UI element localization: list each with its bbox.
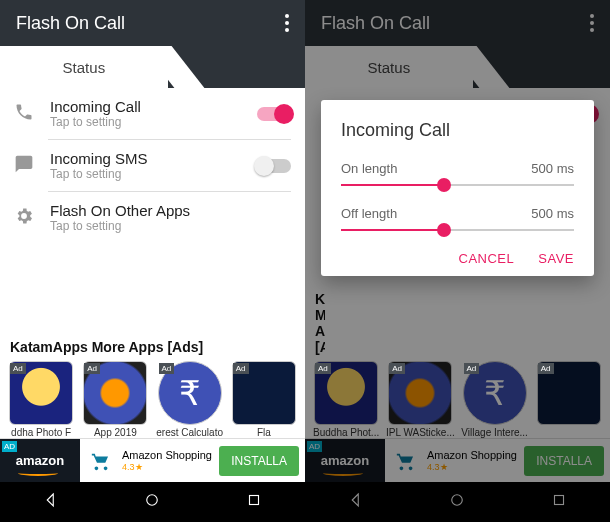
app-title: Flash On Call xyxy=(16,13,125,34)
amazon-logo: ADamazon xyxy=(0,439,80,482)
off-length-slider[interactable] xyxy=(341,229,574,231)
row-incoming-call[interactable]: Incoming Call Tap to setting xyxy=(0,88,305,139)
ads-row: Adddha Photo F AdApp 2019 Ad₹erest Calcu… xyxy=(0,361,305,438)
cart-icon xyxy=(86,446,116,476)
row-title: Incoming SMS xyxy=(50,150,243,167)
install-banner[interactable]: ADamazon Amazon Shopping4.3★ INSTALLA xyxy=(0,438,305,482)
row-title: Flash On Other Apps xyxy=(50,202,291,219)
toggle-incoming-call[interactable] xyxy=(257,107,291,121)
nav-bar xyxy=(0,482,305,522)
overflow-menu-icon[interactable] xyxy=(285,14,289,32)
tab-status[interactable]: Status xyxy=(0,46,168,88)
ad-tile[interactable]: AdFla xyxy=(229,361,299,438)
on-length-label: On length xyxy=(341,161,397,176)
install-button[interactable]: INSTALLA xyxy=(219,446,299,476)
nav-recents-icon[interactable] xyxy=(245,491,263,513)
phone-icon xyxy=(14,102,36,126)
svg-rect-1 xyxy=(250,496,259,505)
screen-dialog: Flash On Call Status Incoming CallTap to… xyxy=(305,0,610,522)
toggle-incoming-sms[interactable] xyxy=(257,159,291,173)
row-subtitle: Tap to setting xyxy=(50,167,243,181)
ad-tile[interactable]: Adddha Photo F xyxy=(6,361,76,438)
svg-point-0 xyxy=(147,495,158,506)
dialog-incoming-call: Incoming Call On length500 ms Off length… xyxy=(321,100,594,276)
on-length-slider[interactable] xyxy=(341,184,574,186)
sms-icon xyxy=(14,154,36,178)
nav-back-icon[interactable] xyxy=(42,491,60,513)
ads-header: KatamApps More Apps [Ads] xyxy=(0,331,305,361)
row-flash-other-apps[interactable]: Flash On Other Apps Tap to setting xyxy=(0,192,305,243)
row-subtitle: Tap to setting xyxy=(50,219,291,233)
gear-icon xyxy=(14,206,36,230)
save-button[interactable]: SAVE xyxy=(538,251,574,266)
dialog-title: Incoming Call xyxy=(341,120,574,141)
app-bar: Flash On Call xyxy=(0,0,305,46)
nav-home-icon[interactable] xyxy=(143,491,161,513)
ad-tile[interactable]: Ad₹erest Calculato xyxy=(155,361,225,438)
off-length-value: 500 ms xyxy=(531,206,574,221)
cancel-button[interactable]: CANCEL xyxy=(459,251,515,266)
row-subtitle: Tap to setting xyxy=(50,115,243,129)
ad-tile[interactable]: AdApp 2019 xyxy=(80,361,150,438)
row-title: Incoming Call xyxy=(50,98,243,115)
screen-main: Flash On Call Status Incoming Call Tap t… xyxy=(0,0,305,522)
on-length-value: 500 ms xyxy=(531,161,574,176)
row-incoming-sms[interactable]: Incoming SMS Tap to setting xyxy=(0,140,305,191)
off-length-label: Off length xyxy=(341,206,397,221)
tab-bar: Status xyxy=(0,46,305,88)
